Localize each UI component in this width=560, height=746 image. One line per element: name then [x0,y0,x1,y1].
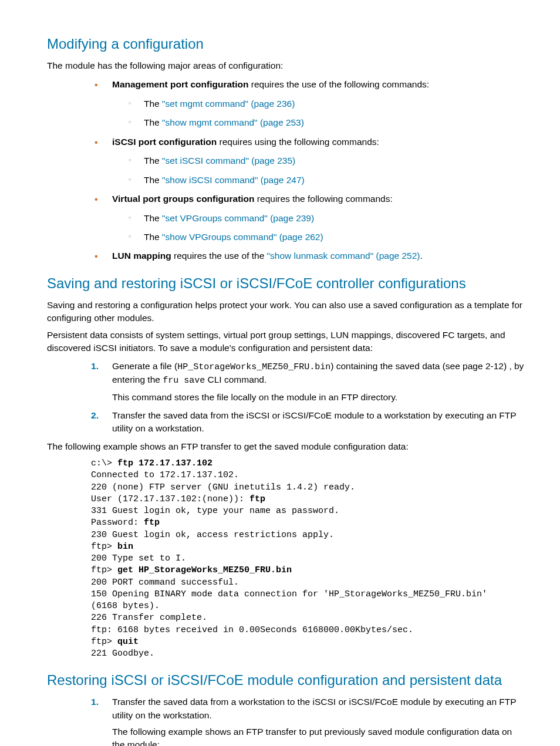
list-item: The "show iSCSI command" (page 247) [126,174,525,187]
code-inline: HP_StorageWorks_MEZ50_FRU.bin [177,362,330,372]
list-item: Transfer the saved data from the iSCSI o… [91,409,525,436]
xref-show-lunmask[interactable]: "show lunmask command" (page 252) [267,251,420,261]
bullet-tail: requires the use of the [171,251,267,261]
restore-steps-list: Transfer the saved data from a workstati… [91,696,525,746]
heading-modifying-config: Modifying a configuration [47,34,525,55]
bullet-tail: requires using the following commands: [217,137,379,147]
body-text: Saving and restoring a configuration hel… [47,299,525,325]
list-item: The "set VPGroups command" (page 239) [126,212,525,225]
config-areas-list: Management port configuration requires t… [91,78,525,263]
bullet-tail: requires the use of the following comman… [249,79,430,89]
bullet-label: iSCSI port configuration [112,137,217,147]
xref-show-iscsi[interactable]: "show iSCSI command" (page 247) [162,175,305,185]
list-item: LUN mapping requires the use of the "sho… [91,249,525,262]
list-item: The "set iSCSI command" (page 235) [126,154,525,167]
save-steps-list: Generate a file (HP_StorageWorks_MEZ50_F… [91,360,525,436]
sub-prefix: The [144,213,162,223]
step-text: Generate a file ( [112,361,177,371]
intro-text: The module has the following major areas… [47,59,525,72]
body-text: The following example shows an FTP trans… [47,440,525,453]
list-item: The "show mgmt command" (page 253) [126,116,525,129]
bullet-tail: . [420,251,422,261]
heading-saving-restoring: Saving and restoring iSCSI or iSCSI/FCoE… [47,274,525,294]
sub-prefix: The [144,156,162,166]
step-note: The following example shows an FTP trans… [112,725,525,746]
list-item: Generate a file (HP_StorageWorks_MEZ50_F… [91,360,525,404]
heading-restoring: Restoring iSCSI or iSCSI/FCoE module con… [47,670,525,691]
xref-show-mgmt[interactable]: "show mgmt command" (page 253) [162,117,304,127]
list-item: The "show VPGroups command" (page 262) [126,231,525,244]
list-item: Virtual port groups configuration requir… [91,193,525,244]
xref-show-vpgroups[interactable]: "show VPGroups command" (page 262) [162,232,323,242]
bullet-label: Virtual port groups configuration [112,194,255,204]
sub-prefix: The [144,232,162,242]
list-item: Management port configuration requires t… [91,78,525,129]
step-text: CLI command. [205,374,266,384]
code-block-ftp-get: c:\> ftp 172.17.137.102 Connected to 172… [91,458,525,660]
xref-set-iscsi[interactable]: "set iSCSI command" (page 235) [162,156,295,166]
step-note: This command stores the file locally on … [112,391,525,404]
body-text: Persistent data consists of system setti… [47,329,525,355]
sub-prefix: The [144,117,162,127]
list-item: The "set mgmt command" (page 236) [126,97,525,110]
sub-prefix: The [144,99,162,109]
bullet-label: Management port configuration [112,79,249,89]
bullet-label: LUN mapping [112,251,171,261]
list-item: iSCSI port configuration requires using … [91,136,525,187]
bullet-tail: requires the following commands: [255,194,393,204]
sub-prefix: The [144,175,162,185]
step-text: Transfer the saved data from a workstati… [112,697,516,720]
xref-set-mgmt[interactable]: "set mgmt command" (page 236) [162,99,295,109]
xref-set-vpgroups[interactable]: "set VPGroups command" (page 239) [162,213,314,223]
code-inline: fru save [163,376,205,386]
list-item: Transfer the saved data from a workstati… [91,696,525,746]
